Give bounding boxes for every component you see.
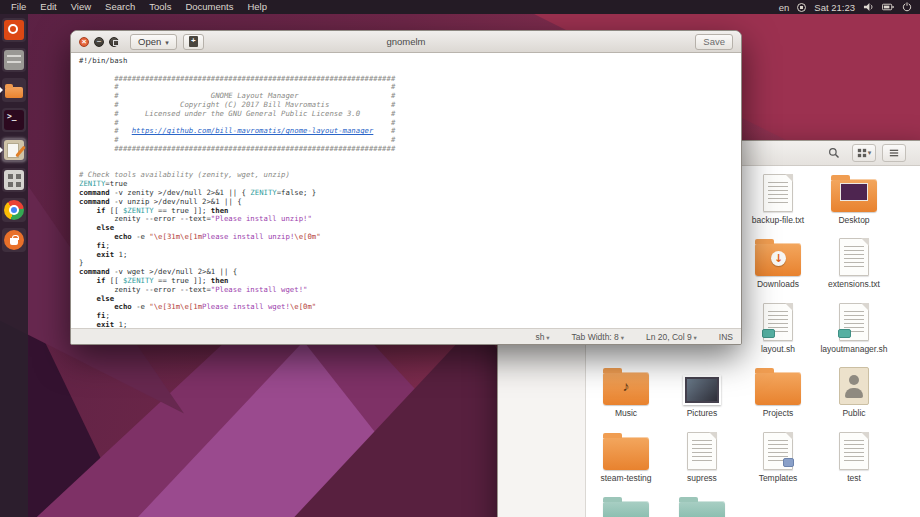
launcher-terminal[interactable] <box>2 108 26 132</box>
cursor-position[interactable]: Ln 20, Col 9 <box>646 332 697 342</box>
text-template-icon <box>740 428 816 470</box>
power-icon[interactable] <box>902 2 912 12</box>
tab-width-selector[interactable]: Tab Width: 8 <box>572 332 624 342</box>
top-panel: FileEditViewSearchToolsDocumentsHelp en … <box>0 0 920 14</box>
chevron-down-icon <box>161 36 169 47</box>
search-button[interactable] <box>822 144 846 162</box>
script-icon <box>816 299 892 341</box>
file-item[interactable]: Projects <box>740 363 816 418</box>
file-label: test <box>816 473 892 483</box>
file-item[interactable]: Desktop <box>816 170 892 225</box>
pictures-icon <box>664 363 740 405</box>
file-item[interactable]: Music <box>588 363 664 418</box>
view-toggle-button[interactable] <box>852 144 876 162</box>
running-indicator-arrow <box>0 87 3 93</box>
file-item[interactable]: layout.sh <box>740 299 816 354</box>
file-label: layout.sh <box>740 344 816 354</box>
script-icon <box>740 299 816 341</box>
folder-teal-icon <box>664 492 740 517</box>
chromium-icon <box>4 200 24 220</box>
grid-view-icon <box>857 148 867 158</box>
menu-edit[interactable]: Edit <box>33 0 63 14</box>
gedit-window: gnomelm Open Save #!/bin/bash ##########… <box>70 30 742 345</box>
running-indicator-arrow <box>0 147 3 153</box>
new-document-icon <box>189 36 198 47</box>
file-cabinet-icon <box>4 50 24 70</box>
menu-search[interactable]: Search <box>98 0 142 14</box>
file-item[interactable] <box>588 492 664 517</box>
ubuntu-logo-icon <box>4 20 24 40</box>
new-document-button[interactable] <box>183 34 204 50</box>
code-content: #!/bin/bash ############################… <box>79 57 741 328</box>
editor-area[interactable]: #!/bin/bash ############################… <box>71 53 741 328</box>
hamburger-icon <box>889 148 899 158</box>
launcher-ubuntu-button[interactable] <box>2 18 26 42</box>
file-item[interactable]: Downloads <box>740 234 816 289</box>
menu-documents[interactable]: Documents <box>178 0 240 14</box>
text-icon <box>816 428 892 470</box>
clock[interactable]: Sat 21:23 <box>814 2 855 13</box>
file-label: extensions.txt <box>816 279 892 289</box>
folder-teal-icon <box>588 492 664 517</box>
menu-file[interactable]: File <box>4 0 33 14</box>
launcher-chromium[interactable] <box>2 198 26 222</box>
open-button[interactable]: Open <box>130 34 177 50</box>
keyboard-icon[interactable] <box>797 3 806 12</box>
keypad-icon <box>4 170 24 190</box>
file-item[interactable]: supress <box>664 428 740 483</box>
file-label: supress <box>664 473 740 483</box>
launcher-archive[interactable] <box>2 48 26 72</box>
language-selector[interactable]: sh <box>536 332 550 342</box>
file-item[interactable]: extensions.txt <box>816 234 892 289</box>
unity-launcher <box>0 14 28 517</box>
close-button[interactable] <box>79 37 89 47</box>
file-label: Pictures <box>664 408 740 418</box>
maximize-button[interactable] <box>109 37 119 47</box>
file-label: steam-testing <box>588 473 664 483</box>
launcher-gedit[interactable] <box>2 138 26 162</box>
folder-icon <box>588 428 664 470</box>
text-editor-icon <box>4 140 24 160</box>
file-item[interactable]: backup-file.txt <box>740 170 816 225</box>
file-item[interactable]: steam-testing <box>588 428 664 483</box>
folder-desktop-icon <box>816 170 892 212</box>
menu-view[interactable]: View <box>64 0 98 14</box>
indicator-area: en Sat 21:23 <box>779 2 920 13</box>
gedit-statusbar: sh Tab Width: 8 Ln 20, Col 9 INS <box>71 328 741 344</box>
battery-icon[interactable] <box>882 3 894 11</box>
launcher-software[interactable] <box>2 228 26 252</box>
terminal-icon <box>4 110 24 130</box>
file-item[interactable]: Public <box>816 363 892 418</box>
file-label: Downloads <box>740 279 816 289</box>
menu-button[interactable] <box>882 144 906 162</box>
launcher-files[interactable] <box>2 78 26 102</box>
menu-help[interactable]: Help <box>240 0 274 14</box>
text-icon <box>740 170 816 212</box>
text-icon <box>664 428 740 470</box>
file-label: backup-file.txt <box>740 215 816 225</box>
file-label: Public <box>816 408 892 418</box>
file-item[interactable]: Templates <box>740 428 816 483</box>
public-icon <box>816 363 892 405</box>
folder-music-icon <box>588 363 664 405</box>
minimize-button[interactable] <box>94 37 104 47</box>
menu-tools[interactable]: Tools <box>142 0 178 14</box>
ubuntu-desktop: backup-file.txtDesktopDownloadsextension… <box>0 0 920 517</box>
file-label: Templates <box>740 473 816 483</box>
gedit-headerbar: gnomelm Open Save <box>71 31 741 53</box>
file-label: Desktop <box>816 215 892 225</box>
file-item[interactable] <box>664 492 740 517</box>
launcher-keypad[interactable] <box>2 168 26 192</box>
file-item[interactable]: layoutmanager.sh <box>816 299 892 354</box>
file-item[interactable]: test <box>816 428 892 483</box>
file-label: Projects <box>740 408 816 418</box>
open-button-label: Open <box>138 36 161 47</box>
file-item[interactable]: Pictures <box>664 363 740 418</box>
folder-icon <box>740 363 816 405</box>
search-icon <box>828 147 840 159</box>
save-button[interactable]: Save <box>695 34 733 50</box>
keyboard-layout-indicator[interactable]: en <box>779 2 790 13</box>
volume-icon[interactable] <box>863 2 874 12</box>
folder-icon <box>4 80 24 100</box>
text-icon <box>816 234 892 276</box>
